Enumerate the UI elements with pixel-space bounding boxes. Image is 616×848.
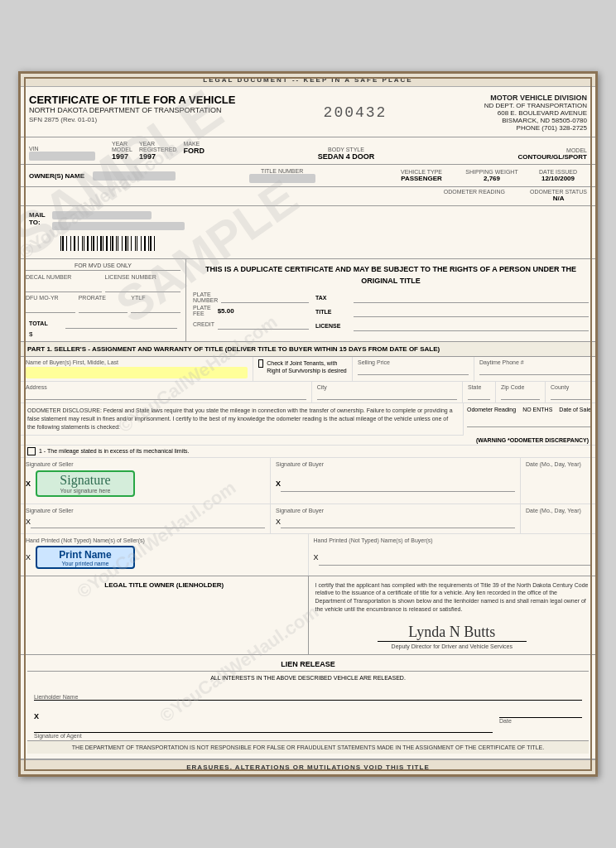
odometer-reading-block: Odometer Reading NO ENTHS Date of Sale: [463, 403, 595, 435]
address-label: Address: [26, 384, 306, 390]
document-number: 200432: [324, 104, 387, 121]
director-sig-line: [378, 641, 527, 642]
checkbox-1[interactable]: [27, 447, 36, 455]
agency-name: MOTOR VEHICLE DIVISION: [421, 94, 587, 102]
date-sig-col-2: Date (Mo., Day, Year): [521, 504, 595, 533]
checkbox-row: 1 - The mileage stated is in excess of i…: [21, 446, 595, 457]
print-sub: Your printed name: [62, 561, 109, 566]
hand-printed-buyer-line: [319, 549, 590, 566]
plate-number-label: PLATENUMBER: [193, 292, 218, 303]
header-right: MOTOR VEHICLE DIVISION ND DEPT. OF TRANS…: [421, 94, 587, 132]
top-banner: LEGAL DOCUMENT -- KEEP IN A SAFE PLACE: [21, 74, 595, 87]
lienholder-name-label: Lienholder Name: [27, 694, 589, 700]
vehicle-type-label: VEHICLE TYPE: [388, 169, 455, 175]
decal-number-cell: DECAL NUMBER: [26, 274, 102, 292]
lien-release-sub: ALL INTERESTS IN THE ABOVE DESCRIBED VEH…: [27, 675, 589, 681]
body-style-label: BODY STYLE: [221, 147, 471, 152]
vehicle-type-block: VEHICLE TYPE PASSENGER: [388, 169, 455, 182]
buyer-name-label: Name of Buyer(s) First, Middle, Last: [26, 359, 248, 365]
agent-row: X Signature of Agent Date: [27, 702, 589, 740]
title-number-label: TITLE NUMBER: [184, 168, 380, 174]
title-number-value: [249, 174, 315, 183]
lienholder-section: LEGAL TITLE OWNER (LIENHOLDER) I certify…: [21, 576, 595, 655]
shipping-weight-value: 2,769: [463, 175, 521, 182]
year-registered-group: YEARREGISTERED 1997: [139, 141, 177, 161]
date-agent-label: Date: [499, 717, 582, 724]
license-label: LICENSE: [315, 323, 349, 329]
joint-tenant-row: Check If Joint Tenants, with Right of Su…: [258, 359, 347, 374]
fees-plate-row: PLATENUMBER PLATEFEE $5.00 CREDIT: [193, 292, 589, 334]
odometer-warning: (WARNING *ODOMETER DISCREPANCY): [21, 436, 595, 446]
plate-section: PLATENUMBER PLATEFEE $5.00 CREDIT: [193, 292, 309, 334]
vin-label: VIN: [29, 146, 95, 152]
zip-code-value: [501, 390, 540, 400]
date-value-1: [526, 467, 590, 500]
prorate-label: PRORATE: [79, 295, 128, 301]
header-center: 200432: [289, 94, 421, 132]
signature-text: Signature: [60, 473, 110, 488]
signature-buyer-label: Signature of Buyer: [276, 461, 515, 467]
lienholder-name-line: [34, 700, 582, 701]
date-mdy-label-1: Date (Mo., Day, Year): [526, 461, 590, 467]
hand-printed-seller-label: Hand Printed (Not Typed) Name(s) of Sell…: [26, 537, 303, 543]
model-block: MODEL CONTOUR/GL/SPORT: [488, 147, 587, 161]
agency-line2: 608 E. BOULEVARD AVENUE: [421, 109, 587, 117]
body-style-block: BODY STYLE SEDAN 4 DOOR: [221, 147, 471, 161]
plate-fee-label: PLATEFEE: [193, 305, 211, 316]
x-mark-seller: X: [26, 479, 31, 488]
seller-sig-line-2: [31, 515, 265, 528]
credit-value: [218, 318, 309, 330]
signature-box: Signature Your signature here: [36, 470, 135, 497]
dfu-label: DFU MO-YR: [26, 295, 75, 301]
address-row: Address City State Zip Code County: [21, 382, 595, 403]
director-signature: Lynda N Butts Deputy Director for Driver…: [315, 620, 590, 649]
total-label: TOTAL: [29, 320, 62, 326]
header-left: CERTIFICATE OF TITLE FOR A VEHICLE NORTH…: [29, 94, 289, 132]
daytime-phone-value: [479, 365, 590, 375]
date-issued-label: DATE ISSUED: [529, 169, 587, 175]
odometer-status-block: ODOMETER STATUS N/A: [530, 189, 587, 202]
shipping-weight-label: SHIPPING WEIGHT: [463, 169, 521, 175]
vehicle-type-value: PASSENGER: [388, 175, 455, 182]
mvo-decal-row: DECAL NUMBER LICENSE NUMBER: [26, 274, 180, 292]
date-mdy-label-2: Date (Mo., Day, Year): [526, 508, 590, 513]
lienholder-left: LEGAL TITLE OWNER (LIENHOLDER): [21, 576, 309, 654]
sig-agent-block: X Signature of Agent: [34, 707, 493, 739]
owner-value: [93, 171, 176, 181]
print-text: Print Name: [59, 549, 111, 561]
document-title: CERTIFICATE OF TITLE FOR A VEHICLE: [29, 94, 289, 106]
title-label: TITLE: [315, 309, 349, 315]
signature-sub: Your signature here: [60, 488, 111, 494]
director-name: Lynda N Butts: [315, 624, 590, 641]
duplicate-notice: THIS IS A DUPLICATE CERTIFICATE AND MAY …: [193, 264, 589, 287]
signature-seller-label: Signature of Seller: [26, 461, 265, 467]
make-label: MAKE: [183, 141, 205, 147]
lien-release-title: LIEN RELEASE: [27, 660, 589, 672]
year-registered-value: 1997: [139, 152, 177, 161]
daytime-phone-label: Daytime Phone #: [479, 359, 590, 365]
x-agent: X: [34, 712, 39, 720]
license-fee-row: LICENSE: [315, 320, 589, 331]
hand-printed-seller-col: Hand Printed (Not Typed) Name(s) of Sell…: [21, 534, 309, 576]
title-value: [354, 306, 589, 317]
state-label: State: [468, 384, 490, 390]
city-label: City: [317, 384, 457, 390]
buyer-sig-col: Signature of Buyer X: [271, 458, 521, 504]
ytlf-cell: YTLF: [131, 295, 180, 313]
agency-phone: PHONE (701) 328-2725: [421, 124, 587, 132]
owner-section: OWNER(S) NAME TITLE NUMBER VEHICLE TYPE …: [21, 165, 595, 187]
model-value: CONTOUR/GL/SPORT: [488, 153, 587, 161]
date-issued-value: 12/10/2009: [529, 175, 587, 182]
buyer-sig-line: [281, 475, 515, 492]
ytlf-label: YTLF: [131, 295, 180, 301]
hand-printed-buyer-label: Hand Printed (Not Typed) Name(s) of Buye…: [314, 537, 591, 543]
city-value: [317, 390, 457, 400]
date-value-2: [526, 513, 590, 530]
year-model-value: 1997: [112, 152, 132, 161]
bottom-banner: ERASURES, ALTERATIONS OR MUTILATIONS VOI…: [21, 759, 595, 774]
fraud-notice: THE DEPARTMENT OF TRANSPORTATION IS NOT …: [27, 740, 589, 754]
daytime-phone-cell: Daytime Phone #: [474, 357, 595, 381]
license-number-cell: LICENSE NUMBER: [105, 274, 181, 292]
joint-tenant-checkbox[interactable]: [258, 359, 263, 368]
signature-seller-label-2: Signature of Seller: [26, 508, 265, 513]
